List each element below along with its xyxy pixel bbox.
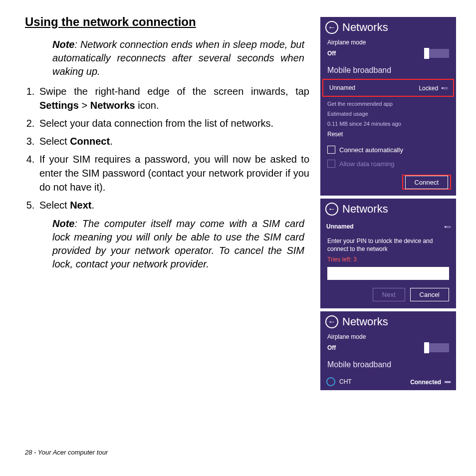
signal-icon: ▪▫▫▫ bbox=[441, 84, 447, 92]
connect-automatically-checkbox[interactable]: Connect automatically bbox=[320, 143, 456, 157]
networks-panel-3: ← Networks Airplane mode Off Mobile broa… bbox=[320, 311, 456, 390]
airplane-mode-toggle[interactable] bbox=[424, 343, 449, 352]
pin-input[interactable] bbox=[327, 267, 449, 280]
allow-roaming-checkbox: Allow data roaming bbox=[320, 157, 456, 171]
tries-left: Tries left: 3 bbox=[320, 255, 456, 264]
airplane-mode-toggle[interactable] bbox=[424, 49, 449, 58]
note-1: Note: Network connection ends when in sl… bbox=[52, 38, 304, 78]
step-4: If your SIM requires a password, you wil… bbox=[37, 152, 309, 194]
step-2: Select your data connection from the lis… bbox=[37, 116, 309, 130]
cancel-button[interactable]: Cancel bbox=[410, 288, 449, 301]
reset-link[interactable]: Reset bbox=[320, 129, 456, 143]
back-icon[interactable]: ← bbox=[325, 203, 338, 216]
globe-icon bbox=[326, 377, 335, 386]
checkbox-icon bbox=[327, 146, 335, 154]
estimated-usage-label: Estimated usage bbox=[320, 109, 456, 119]
network-item-unnamed[interactable]: Unnamed Locked▪▫▫▫ bbox=[322, 79, 454, 97]
estimated-usage-value: 0.11 MB since 24 minutes ago bbox=[320, 119, 456, 129]
signal-icon: ▪▫▫▫ bbox=[444, 223, 450, 231]
page-footer: 28 - Your Acer computer tour bbox=[25, 449, 108, 456]
panel-title: Networks bbox=[342, 315, 388, 328]
pin-prompt: Enter your PIN to unlock the device and … bbox=[320, 235, 456, 255]
note-2: Note: The computer itself may come with … bbox=[52, 217, 304, 271]
network-name: Unnamed bbox=[326, 223, 354, 230]
recommended-app-link[interactable]: Get the recommended app bbox=[320, 97, 456, 109]
steps-list: Swipe the right-hand edge of the screen … bbox=[37, 84, 309, 212]
note-1-label: Note bbox=[52, 39, 74, 50]
connect-button-highlight: Connect bbox=[402, 175, 451, 190]
note-2-label: Note bbox=[52, 218, 74, 229]
airplane-mode-state: Off bbox=[327, 344, 336, 351]
section-heading: Using the network connection bbox=[25, 15, 309, 29]
airplane-mode-label: Airplane mode bbox=[320, 331, 456, 342]
next-button: Next bbox=[373, 288, 405, 301]
mobile-broadband-label: Mobile broadband bbox=[320, 63, 456, 79]
mobile-broadband-label: Mobile broadband bbox=[320, 357, 456, 373]
signal-icon: ▪▪▪▪ bbox=[444, 378, 450, 386]
panel-title: Networks bbox=[342, 21, 388, 34]
networks-panel-1: ← Networks Airplane mode Off Mobile broa… bbox=[320, 17, 456, 196]
back-icon[interactable]: ← bbox=[325, 21, 338, 34]
network-status: Connected▪▪▪▪ bbox=[410, 378, 450, 386]
note-2-text: : The computer itself may come with a SI… bbox=[52, 218, 304, 269]
network-status: Locked▪▫▫▫ bbox=[419, 84, 447, 92]
panel-title: Networks bbox=[342, 203, 388, 216]
airplane-mode-state: Off bbox=[327, 50, 336, 57]
step-5: Select Next. bbox=[37, 198, 309, 212]
step-3: Select Connect. bbox=[37, 134, 309, 148]
networks-panel-2: ← Networks Unnamed ▪▫▫▫ Enter your PIN t… bbox=[320, 199, 456, 308]
back-icon[interactable]: ← bbox=[325, 315, 338, 328]
network-name: CHT bbox=[339, 378, 352, 385]
network-name: Unnamed bbox=[329, 84, 355, 91]
connect-button[interactable]: Connect bbox=[405, 176, 448, 189]
network-item-cht[interactable]: CHT Connected▪▪▪▪ bbox=[320, 373, 456, 390]
step-1: Swipe the right-hand edge of the screen … bbox=[37, 84, 309, 112]
checkbox-icon bbox=[327, 160, 335, 168]
airplane-mode-label: Airplane mode bbox=[320, 37, 456, 48]
note-1-text: : Network connection ends when in sleep … bbox=[52, 39, 304, 77]
